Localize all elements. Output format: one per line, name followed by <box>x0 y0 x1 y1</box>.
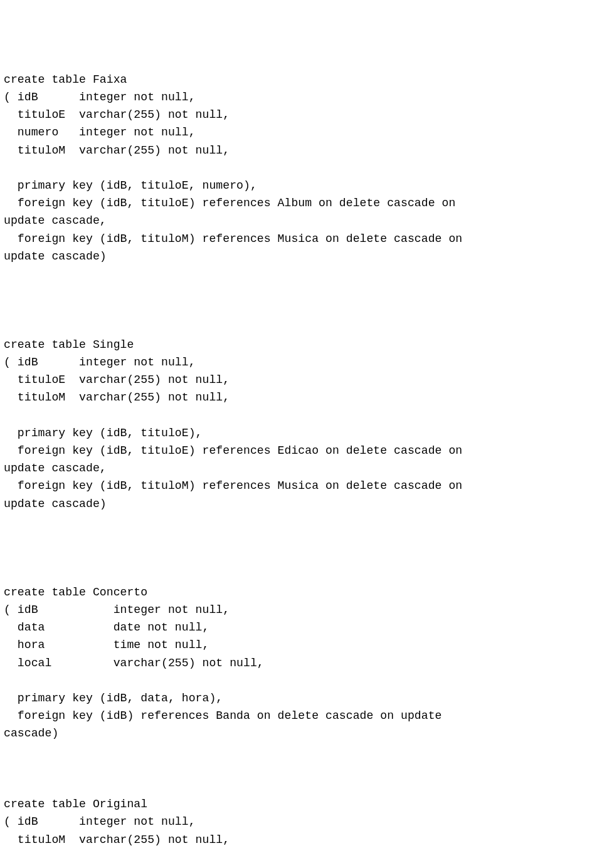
concerto-constraint-1: foreign key (idB) references Banda on de… <box>4 709 442 722</box>
concerto-col-3: local varchar(255) not null, <box>4 657 264 669</box>
faixa-col-2: numero integer not null, <box>4 126 196 139</box>
single-constraint-4: update cascade) <box>4 498 107 510</box>
single-constraint-2: update cascade, <box>4 462 107 474</box>
single-constraint-1: foreign key (idB, tituloE) references Ed… <box>4 444 462 457</box>
faixa-col-0: ( idB integer not null, <box>4 91 196 103</box>
table-original: create table Original ( idB integer not … <box>4 778 598 868</box>
faixa-constraint-3: foreign key (idB, tituloM) references Mu… <box>4 233 462 245</box>
original-col-0: ( idB integer not null, <box>4 815 196 828</box>
faixa-constraint-2: update cascade, <box>4 214 107 227</box>
faixa-constraint-1: foreign key (idB, tituloE) references Al… <box>4 197 455 209</box>
concerto-col-1: data date not null, <box>4 621 209 634</box>
single-constraint-3: foreign key (idB, tituloM) references Mu… <box>4 479 462 492</box>
table-single: create table Single ( idB integer not nu… <box>4 318 598 513</box>
faixa-constraint-0: primary key (idB, tituloE, numero), <box>4 179 257 192</box>
faixa-header: create table Faixa <box>4 73 127 86</box>
table-concerto: create table Concerto ( idB integer not … <box>4 566 598 743</box>
original-header: create table Original <box>4 798 147 810</box>
single-col-2: tituloM varchar(255) not null, <box>4 391 230 404</box>
concerto-constraint-2: cascade) <box>4 727 58 740</box>
table-faixa: create table Faixa ( idB integer not nul… <box>4 53 598 265</box>
concerto-col-2: hora time not null, <box>4 639 209 651</box>
faixa-constraint-4: update cascade) <box>4 250 107 263</box>
single-constraint-0: primary key (idB, tituloE), <box>4 427 203 439</box>
faixa-col-1: tituloE varchar(255) not null, <box>4 108 230 121</box>
original-col-1: tituloM varchar(255) not null, <box>4 834 230 846</box>
concerto-col-0: ( idB integer not null, <box>4 604 230 616</box>
concerto-constraint-0: primary key (idB, data, hora), <box>4 692 223 704</box>
concerto-header: create table Concerto <box>4 586 147 599</box>
single-header: create table Single <box>4 338 134 351</box>
single-col-1: tituloE varchar(255) not null, <box>4 374 230 386</box>
single-col-0: ( idB integer not null, <box>4 356 196 369</box>
faixa-col-3: tituloM varchar(255) not null, <box>4 144 230 157</box>
